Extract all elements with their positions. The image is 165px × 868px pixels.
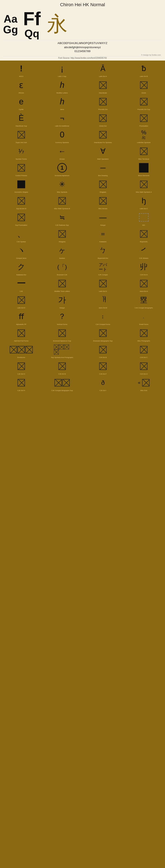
- block-label-25: Enclosed Alphanum: [55, 175, 70, 177]
- block-label-9: Jamo: [60, 108, 64, 111]
- block-label-78: CJK Ext I: [99, 390, 106, 392]
- block-cell-cjk-compat-forms: ︰CJK Compat Forms: [83, 309, 123, 326]
- block-label-64: Half And Full Forms: [14, 340, 29, 342]
- block-cell-katakana: ＝Katakana: [83, 227, 123, 243]
- block-label-67: Misc Pictographs: [137, 340, 150, 342]
- block-cell-jamo-ext-a: Jamo Ext A: [123, 276, 164, 293]
- block-cell-latin-ext-b: ƀLatin Ext B: [123, 61, 164, 78]
- alphabet-section: ABCDEFGHIJKLMNOPQRSTUVWXYZ abcdefghijklm…: [3, 40, 162, 54]
- block-label-18: Diacriticals For Symbols: [94, 142, 112, 144]
- block-cell-misc-math-symbols-b: Misc Math Symbols B: [42, 194, 83, 210]
- block-cell-sup-symbols-and-pictographs: Sup Symbols And Pictographs: [42, 342, 83, 359]
- block-cell-latin-ext-additional: ¬Latin Ext Additional: [42, 111, 83, 127]
- block-label-46: Bopomofo Ext: [98, 257, 108, 259]
- block-cell-kanbun: ヶKanbun: [42, 243, 83, 260]
- block-label-33: Misc Math Symbols B: [54, 208, 70, 210]
- block-label-76: CJK Ext H: [17, 390, 25, 392]
- block-cell-latin-ext-c: ꜧLatin Ext C: [123, 194, 164, 210]
- block-cell-enclosed-ideographic-sup: Enclosed Ideographic Sup: [83, 326, 123, 342]
- block-cell-cyrillic: еCyrillic: [1, 94, 42, 111]
- sample-gg: Gg: [3, 24, 18, 35]
- block-cell-latin-ext-e: Latin Ext E: [1, 293, 42, 309]
- block-cell-misc-technical: Misc Technical: [123, 144, 164, 161]
- header-section: Chiron Hei HK Normal Aa Gg Ff Qq 永 ABCDE…: [0, 0, 165, 61]
- block-label-12: Diacriticals Sup: [15, 125, 27, 127]
- block-label-35: Latin Ext C: [140, 208, 148, 210]
- block-label-24: Control Pictures: [15, 175, 27, 177]
- block-label-34: Misc Arrows: [98, 208, 107, 210]
- block-cell-currency-symbols: 0Currency Symbols: [42, 127, 83, 144]
- block-label-5: Modifier Letters: [56, 92, 68, 94]
- block-label-62: CJK Compat Forms: [96, 323, 110, 326]
- font-source: Font Source: http://www.fontke.com/font/…: [3, 56, 162, 60]
- block-cell-geometric-shapes: Geometric Shapes: [1, 177, 42, 194]
- block-cell-alphabetic-pf: ﬀAlphabetic PF: [1, 309, 42, 326]
- sample-ff-qq: Ff Qq: [23, 9, 41, 39]
- block-cell-ipa-ext: ɛIPA Ext: [1, 78, 42, 94]
- block-label-72: CJK Ext D: [17, 373, 25, 375]
- block-cell-latin-1-sup: ¡Latin 1 Sup: [42, 61, 83, 78]
- block-label-39: IDC: [142, 224, 145, 226]
- block-label-11: Phonetic Ext Sup: [137, 108, 150, 111]
- block-cell-hangul: 가Hangul: [42, 293, 83, 309]
- block-label-45: Kanbun: [59, 257, 65, 259]
- block-label-32: Sup Arrows B: [16, 208, 26, 210]
- block-cell-cjk-ext-g: CJK Ext G: [123, 359, 164, 375]
- sample-ff: Ff: [23, 9, 41, 28]
- block-label-7: Greek: [141, 92, 146, 94]
- block-label-59: CJK Compat Ideographs: [135, 307, 153, 309]
- block-cell-block-elements: Block Elements: [123, 161, 164, 177]
- block-cell-enclosed-alphanum: 1Enclosed Alphanum: [42, 161, 83, 177]
- sample-qq: Qq: [23, 28, 41, 39]
- block-cell-latin-ext-d: Latin Ext D: [83, 276, 123, 293]
- sample-cjk: 永: [47, 14, 68, 34]
- block-label-3: Latin Ext B: [140, 75, 148, 78]
- block-label-63: Small Forms: [139, 323, 149, 326]
- block-cell-greek-ext: Greek Ext: [83, 111, 123, 127]
- block-label-10: Phonetic Ext: [98, 108, 108, 111]
- block-cell-diacriticals: Diacriticals: [83, 78, 123, 94]
- block-cell-jamo: hJamo: [42, 94, 83, 111]
- block-label-40: CJK Symbol: [17, 241, 26, 243]
- block-label-53: Modifier Tone Letters: [54, 290, 70, 292]
- block-cell-box-drawing: ─Box Drawing: [83, 161, 123, 177]
- block-label-61: Vertical Forms: [57, 323, 67, 326]
- block-cell-control-pictures: Control Pictures: [1, 161, 42, 177]
- design-credit: © Design by fontke.com: [3, 54, 162, 56]
- digits: 0123456789: [5, 49, 160, 53]
- block-label-79: Misc End: [140, 390, 147, 392]
- block-label-50: CJK Compat: [98, 274, 108, 276]
- block-cell-cjk-compat: アパートCJK Compat: [83, 260, 123, 276]
- block-cell-punctuation: Punctuation: [123, 111, 164, 127]
- block-cell-greek: Greek: [123, 78, 164, 94]
- block-cell-cjk: 一CJK: [1, 276, 42, 293]
- block-label-23: Misc Technical: [138, 158, 149, 160]
- block-cell-modifier-letters: hModifier Letters: [42, 78, 83, 94]
- block-label-26: Box Drawing: [98, 175, 108, 177]
- block-label-37: CJK Radicals Sup: [55, 224, 69, 226]
- blocks-grid: !ASCII¡Latin 1 SupĀLatin Ext AƀLatin Ext…: [0, 61, 165, 393]
- block-cell-super-and-sub: Super And Sub: [1, 127, 42, 144]
- block-cell-jamo-ext-b: ힿJamo Ext B: [83, 293, 123, 309]
- block-label-20: Number Forms: [16, 158, 27, 160]
- sample-latin: Aa Gg: [3, 13, 18, 35]
- block-cell-enclosed-alphanum-sup: Enclosed Alphanum Sup: [42, 326, 83, 342]
- block-label-51: CJK Ext A: [140, 274, 148, 276]
- block-label-22: Math Operators: [97, 158, 109, 160]
- block-label-69: Sup Symbols And Pictographs: [51, 356, 73, 359]
- block-label-65: Enclosed Alphanum Sup: [53, 340, 71, 342]
- block-cell-misc-pictographs: Misc Pictographs: [123, 326, 164, 342]
- block-cell-ascii: !ASCII: [1, 61, 42, 78]
- block-cell-hiragana: Hiragana: [42, 227, 83, 243]
- block-label-68: Emoticons: [17, 356, 25, 359]
- block-label-4: IPA Ext: [18, 92, 24, 94]
- block-cell-enclosed-cjk: (「)Enclosed CJK: [42, 260, 83, 276]
- block-label-52: CJK: [19, 290, 23, 292]
- block-label-1: Latin 1 Sup: [58, 75, 66, 78]
- block-cell-cjk-strokes: ㇒CJK Strokes: [123, 243, 164, 260]
- block-cell-cjk-ext-h: CJK Ext H: [1, 375, 42, 392]
- block-cell-letterlike-symbols: %/cLetterlike Symbols: [123, 127, 164, 144]
- block-cell-cjk-compat-ideographs-sup: CJK Compat Ideographs Sup: [42, 375, 83, 392]
- block-label-30: Dingbats: [99, 191, 106, 193]
- block-label-71: CJK Ext C: [140, 356, 148, 359]
